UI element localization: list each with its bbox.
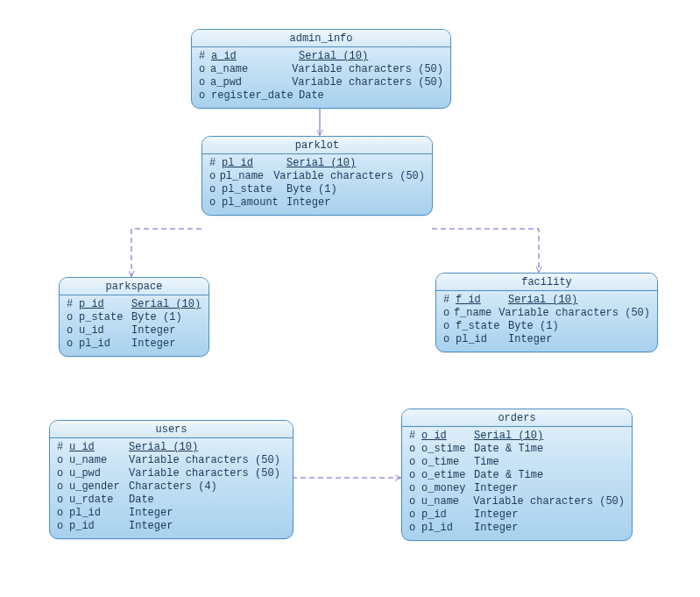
rel-parklot-facility [432,229,539,272]
field-row: ou_nameVariable characters (50) [57,454,286,467]
entity-users: users #u_idSerial (10) ou_nameVariable c… [49,420,293,539]
field-row: oa_pwdVariable characters (50) [199,76,443,89]
entity-title: parklot [202,137,432,154]
entity-title: admin_info [192,30,450,47]
field-row: ou_pwdVariable characters (50) [57,467,286,480]
field-row: opl_idInteger [409,522,625,535]
entity-title: users [50,421,293,438]
entity-title: facility [436,274,657,291]
field-row: #o_idSerial (10) [409,430,625,443]
field-row: #p_idSerial (10) [67,298,202,311]
field-row: #pl_idSerial (10) [209,157,425,170]
field-row: opl_nameVariable characters (50) [209,170,425,183]
entity-facility: facility #f_idSerial (10) of_nameVariabl… [435,273,658,352]
field-row: oregister_dateDate [199,89,443,103]
field-row: oa_nameVariable characters (50) [199,63,443,76]
field-row: ou_genderCharacters (4) [57,480,286,494]
entity-parklot: parklot #pl_idSerial (10) opl_nameVariab… [202,136,433,216]
entity-parkspace: parkspace #p_idSerial (10) op_stateByte … [59,277,209,357]
field-row: #a_idSerial (10) [199,50,443,63]
field-row: oo_timeTime [409,456,625,469]
field-row: op_stateByte (1) [67,311,202,324]
field-row: #u_idSerial (10) [57,441,286,454]
field-row: oo_etimeDate & Time [409,469,625,482]
field-row: oo_stimeDate & Time [409,443,625,456]
entity-admin-info: admin_info #a_idSerial (10) oa_nameVaria… [191,29,451,109]
entity-body: #f_idSerial (10) of_nameVariable charact… [436,291,657,352]
entity-body: #a_idSerial (10) oa_nameVariable charact… [192,47,450,108]
entity-body: #p_idSerial (10) op_stateByte (1) ou_idI… [60,295,209,356]
field-row: ou_rdateDate [57,494,286,507]
field-row: opl_idInteger [67,338,202,351]
field-row: opl_idInteger [57,507,286,520]
entity-body: #o_idSerial (10) oo_stimeDate & Time oo_… [402,427,632,540]
field-row: op_idInteger [409,508,625,522]
entity-title: parkspace [60,278,209,295]
entity-orders: orders #o_idSerial (10) oo_stimeDate & T… [401,409,633,541]
field-row: opl_idInteger [443,333,650,346]
field-row: ou_nameVariable characters (50) [409,495,625,508]
field-row: of_stateByte (1) [443,320,650,333]
field-row: of_nameVariable characters (50) [443,307,650,320]
rel-parklot-parkspace [131,229,202,276]
field-row: #f_idSerial (10) [443,294,650,307]
entity-body: #u_idSerial (10) ou_nameVariable charact… [50,438,293,538]
field-row: ou_idInteger [67,324,202,338]
entity-title: orders [402,409,632,427]
entity-body: #pl_idSerial (10) opl_nameVariable chara… [202,154,432,215]
field-row: opl_amountInteger [209,196,425,210]
field-row: opl_stateByte (1) [209,183,425,196]
field-row: op_idInteger [57,520,286,533]
field-row: oo_moneyInteger [409,482,625,495]
